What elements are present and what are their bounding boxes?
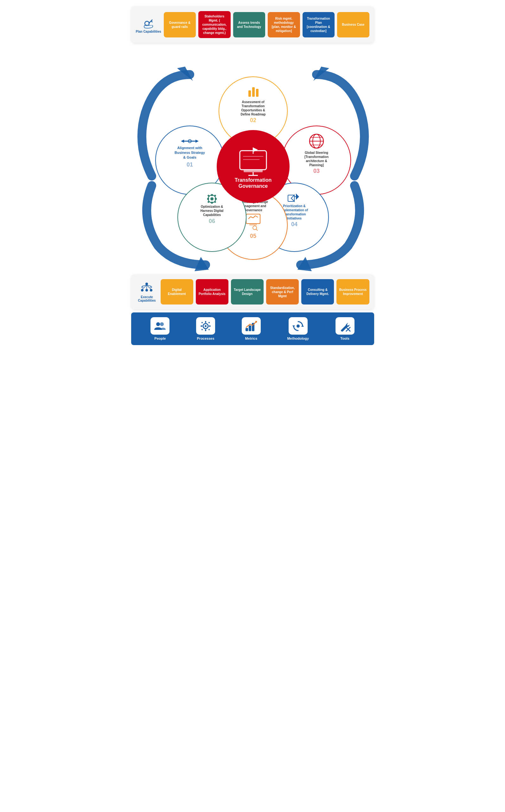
methodology-icon xyxy=(293,320,304,332)
svg-text:04: 04 xyxy=(291,221,297,227)
transformation-governance-diagram: Alignment with Business Strategy & Goals… xyxy=(126,49,379,271)
methodology-icon-box xyxy=(289,317,308,335)
svg-text:Governance: Governance xyxy=(244,208,262,212)
svg-rect-71 xyxy=(207,198,209,200)
svg-text:Optimization &: Optimization & xyxy=(200,205,223,208)
processes-icon-box xyxy=(196,317,215,335)
footer-people-label: People xyxy=(154,337,166,340)
people-icon-box xyxy=(151,317,169,335)
svg-text:[Transformation: [Transformation xyxy=(304,155,328,158)
svg-rect-114 xyxy=(208,329,210,331)
svg-rect-109 xyxy=(200,325,202,327)
svg-marker-120 xyxy=(293,325,295,327)
svg-text:architecture &: architecture & xyxy=(306,159,327,163)
svg-point-93 xyxy=(141,289,144,292)
footer-bar: People Processes xyxy=(131,313,374,345)
svg-text:02: 02 xyxy=(249,117,256,123)
svg-text:Business Strategy: Business Strategy xyxy=(175,151,205,154)
cap-item-bizcase: Business Case xyxy=(337,12,369,37)
execute-capabilities-icon: ExecuteCapabilities xyxy=(136,281,158,302)
svg-point-94 xyxy=(145,289,148,292)
svg-point-95 xyxy=(150,289,152,292)
cap-item-stakeholders: Stakeholders Mgmt. ( communication, capa… xyxy=(198,11,231,38)
svg-text:01: 01 xyxy=(186,161,193,168)
svg-point-106 xyxy=(205,325,206,327)
footer-methodology-label: Methodology xyxy=(287,337,309,340)
exec-cap-bpi: Business Process Improvement xyxy=(336,279,369,305)
svg-text:Define Roadmap: Define Roadmap xyxy=(240,113,266,116)
svg-text:& Goals: & Goals xyxy=(183,155,196,159)
svg-text:Initiatives: Initiatives xyxy=(287,217,302,220)
exec-cap-consulting: Consulting & Delivery Mgmt. xyxy=(301,279,334,305)
svg-rect-20 xyxy=(248,90,251,97)
svg-rect-108 xyxy=(205,329,206,331)
svg-point-81 xyxy=(217,130,290,203)
svg-marker-119 xyxy=(301,325,304,327)
svg-text:Opportunities &: Opportunities & xyxy=(241,108,265,112)
svg-text:Governance: Governance xyxy=(238,183,268,189)
svg-rect-70 xyxy=(211,202,213,204)
svg-text:Transformation: Transformation xyxy=(241,104,265,108)
plan-capabilities-bar: Plan Capabilities Governance & guard rai… xyxy=(131,6,374,43)
svg-text:03: 03 xyxy=(313,168,319,174)
svg-point-121 xyxy=(297,325,300,328)
people-icon xyxy=(154,321,166,331)
plan-capabilities-icon: Plan Capabilities xyxy=(136,16,161,33)
plan-icon-svg xyxy=(142,16,155,28)
tools-icon-box xyxy=(336,317,354,335)
svg-point-103 xyxy=(156,322,160,326)
metrics-icon-box xyxy=(242,317,261,335)
metrics-icon xyxy=(245,321,257,331)
processes-icon xyxy=(200,320,211,332)
execute-capabilities-bar: ExecuteCapabilities Digital Enablement A… xyxy=(131,274,374,309)
footer-methodology: Methodology xyxy=(287,317,309,340)
svg-text:Prioritization &: Prioritization & xyxy=(283,204,305,208)
svg-rect-69 xyxy=(211,194,213,196)
cap-item-governance: Governance & guard rails xyxy=(164,12,196,37)
svg-point-92 xyxy=(145,282,148,285)
footer-processes-label: Processes xyxy=(197,337,214,340)
svg-rect-22 xyxy=(256,89,259,97)
svg-point-96 xyxy=(141,286,143,288)
svg-rect-83 xyxy=(243,170,263,172)
svg-line-2 xyxy=(151,21,152,22)
svg-text:Capabilities: Capabilities xyxy=(203,213,221,217)
svg-rect-116 xyxy=(249,325,251,331)
exec-cap-appportfolio: Application Portfolio Analysis xyxy=(196,279,228,305)
svg-rect-115 xyxy=(245,328,248,331)
footer-tools: Tools xyxy=(336,317,354,340)
svg-text:05: 05 xyxy=(249,233,256,239)
svg-point-104 xyxy=(160,322,164,326)
svg-rect-113 xyxy=(201,329,203,331)
exec-cap-target: Target Landscape Design xyxy=(231,279,264,305)
footer-tools-label: Tools xyxy=(340,337,349,340)
exec-cap-digital: Digital Enablement xyxy=(161,279,193,305)
cap-item-transplan: Transformation Plan [coordination & cust… xyxy=(303,12,335,37)
svg-rect-107 xyxy=(205,321,206,323)
svg-rect-57 xyxy=(249,224,257,226)
footer-people: People xyxy=(151,317,169,340)
svg-text:Global Steering: Global Steering xyxy=(305,151,328,154)
svg-rect-110 xyxy=(209,325,211,327)
svg-rect-21 xyxy=(252,87,255,97)
exec-cap-std: Standardization, change & Perf Mgmt xyxy=(266,279,299,305)
svg-text:Harness Digital: Harness Digital xyxy=(200,209,223,213)
svg-text:Alignment with: Alignment with xyxy=(177,146,202,150)
svg-point-97 xyxy=(150,286,152,288)
footer-metrics: Metrics xyxy=(242,317,261,340)
tools-icon xyxy=(339,320,351,332)
execute-icon-svg xyxy=(140,281,154,294)
cap-item-assess: Assess trends and Technology xyxy=(233,12,266,37)
svg-text:06: 06 xyxy=(208,218,215,224)
footer-metrics-label: Metrics xyxy=(245,337,257,340)
svg-rect-111 xyxy=(201,322,203,324)
diagram-svg: Alignment with Business Strategy & Goals… xyxy=(126,49,379,271)
svg-text:Assessment of: Assessment of xyxy=(242,100,265,104)
svg-rect-112 xyxy=(208,322,210,324)
svg-text:Planning]: Planning] xyxy=(309,163,324,167)
execute-capabilities-label: ExecuteCapabilities xyxy=(138,295,156,302)
cap-item-risk: Risk mgmt. methodology [plan, monitor & … xyxy=(268,12,300,37)
svg-point-68 xyxy=(210,197,213,201)
footer-processes: Processes xyxy=(196,317,215,340)
plan-capabilities-label: Plan Capabilities xyxy=(136,30,161,33)
